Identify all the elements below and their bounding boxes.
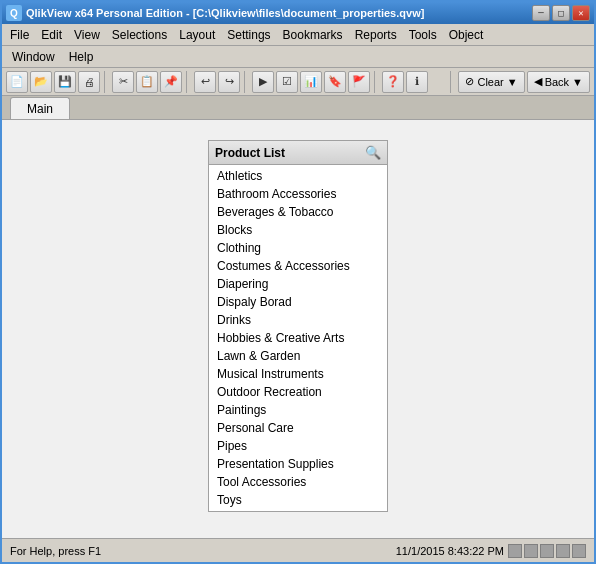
product-list-item[interactable]: Toys [209, 491, 387, 509]
status-sq-5 [572, 544, 586, 558]
product-list-item[interactable]: Athletics [209, 167, 387, 185]
product-list-item[interactable]: Hobbies & Creative Arts [209, 329, 387, 347]
product-list-item[interactable]: Beverages & Tobacco [209, 203, 387, 221]
toolbar-separator-4 [374, 71, 378, 93]
minimize-button[interactable]: ─ [532, 5, 550, 21]
product-list-items: AthleticsBathroom AccessoriesBeverages &… [209, 165, 387, 511]
tb-info-button[interactable]: ℹ [406, 71, 428, 93]
product-list-item[interactable]: Presentation Supplies [209, 455, 387, 473]
menu-layout[interactable]: Layout [173, 26, 221, 44]
menu-help[interactable]: Help [63, 48, 100, 66]
back-arrow-icon: ◀ [534, 75, 542, 88]
clear-dropdown-icon: ▼ [507, 76, 518, 88]
product-list-item[interactable]: Outdoor Recreation [209, 383, 387, 401]
product-list-item[interactable]: Tool Accessories [209, 473, 387, 491]
tb-flag-button[interactable]: 🚩 [348, 71, 370, 93]
tb-check-button[interactable]: ☑ [276, 71, 298, 93]
menu-view[interactable]: View [68, 26, 106, 44]
title-bar-controls: ─ □ ✕ [532, 5, 590, 21]
status-datetime: 11/1/2015 8:43:22 PM [396, 545, 504, 557]
menu-bookmarks[interactable]: Bookmarks [277, 26, 349, 44]
menu-tools[interactable]: Tools [403, 26, 443, 44]
tb-save-button[interactable]: 💾 [54, 71, 76, 93]
menu-object[interactable]: Object [443, 26, 490, 44]
menu-bar: File Edit View Selections Layout Setting… [2, 24, 594, 46]
status-squares [508, 544, 586, 558]
product-list-item[interactable]: Dispaly Borad [209, 293, 387, 311]
status-sq-3 [540, 544, 554, 558]
product-list-item[interactable]: Personal Care [209, 419, 387, 437]
tb-help-button[interactable]: ❓ [382, 71, 404, 93]
back-label: Back [545, 76, 569, 88]
tab-main-label: Main [27, 102, 53, 116]
eraser-icon: ⊘ [465, 75, 474, 88]
close-button[interactable]: ✕ [572, 5, 590, 21]
toolbar: 📄 📂 💾 🖨 ✂ 📋 📌 ↩ ↪ ▶ ☑ 📊 🔖 🚩 ❓ ℹ ⊘ Clear … [2, 68, 594, 96]
menu-reports[interactable]: Reports [349, 26, 403, 44]
tb-open-button[interactable]: 📂 [30, 71, 52, 93]
product-list-item[interactable]: Clothing [209, 239, 387, 257]
tb-cut-button[interactable]: ✂ [112, 71, 134, 93]
back-dropdown-icon: ▼ [572, 76, 583, 88]
product-list-header: Product List 🔍 [209, 141, 387, 165]
menu-file[interactable]: File [4, 26, 35, 44]
status-help-text: For Help, press F1 [10, 545, 101, 557]
status-right: 11/1/2015 8:43:22 PM [396, 544, 586, 558]
back-button[interactable]: ◀ Back ▼ [527, 71, 590, 93]
menu-selections[interactable]: Selections [106, 26, 173, 44]
clear-button[interactable]: ⊘ Clear ▼ [458, 71, 524, 93]
status-sq-1 [508, 544, 522, 558]
product-list-item[interactable]: Drinks [209, 311, 387, 329]
tb-print-button[interactable]: 🖨 [78, 71, 100, 93]
toolbar-separator-2 [186, 71, 190, 93]
menu-window[interactable]: Window [6, 48, 61, 66]
tab-main[interactable]: Main [10, 97, 70, 119]
tb-redo-button[interactable]: ↪ [218, 71, 240, 93]
tb-bookmark-button[interactable]: 🔖 [324, 71, 346, 93]
menu-edit[interactable]: Edit [35, 26, 68, 44]
product-list-title: Product List [215, 146, 285, 160]
app-icon: Q [6, 5, 22, 21]
menu-settings[interactable]: Settings [221, 26, 276, 44]
status-sq-4 [556, 544, 570, 558]
tab-bar: Main [2, 96, 594, 120]
clear-label: Clear [477, 76, 503, 88]
toolbar-separator-1 [104, 71, 108, 93]
status-sq-2 [524, 544, 538, 558]
title-bar: Q QlikView x64 Personal Edition - [C:\Ql… [2, 2, 594, 24]
tb-copy-button[interactable]: 📋 [136, 71, 158, 93]
product-list-item[interactable]: Blocks [209, 221, 387, 239]
tb-play-button[interactable]: ▶ [252, 71, 274, 93]
product-list-item[interactable]: Diapering [209, 275, 387, 293]
toolbar-separator-5 [450, 71, 454, 93]
product-list-item[interactable]: Paintings [209, 401, 387, 419]
tb-undo-button[interactable]: ↩ [194, 71, 216, 93]
product-list-item[interactable]: Costumes & Accessories [209, 257, 387, 275]
status-bar: For Help, press F1 11/1/2015 8:43:22 PM [2, 538, 594, 562]
maximize-button[interactable]: □ [552, 5, 570, 21]
search-icon[interactable]: 🔍 [365, 145, 381, 160]
tb-new-button[interactable]: 📄 [6, 71, 28, 93]
title-bar-text: QlikView x64 Personal Edition - [C:\Qlik… [26, 7, 532, 19]
main-window: Q QlikView x64 Personal Edition - [C:\Ql… [0, 0, 596, 564]
tb-paste-button[interactable]: 📌 [160, 71, 182, 93]
product-list-item[interactable]: Pipes [209, 437, 387, 455]
toolbar-separator-3 [244, 71, 248, 93]
product-list-box: Product List 🔍 AthleticsBathroom Accesso… [208, 140, 388, 512]
product-list-item[interactable]: Musical Instruments [209, 365, 387, 383]
product-list-item[interactable]: Lawn & Garden [209, 347, 387, 365]
main-content: Product List 🔍 AthleticsBathroom Accesso… [2, 120, 594, 538]
product-list-item[interactable]: Bathroom Accessories [209, 185, 387, 203]
tb-chart-button[interactable]: 📊 [300, 71, 322, 93]
second-menu-bar: Window Help [2, 46, 594, 68]
